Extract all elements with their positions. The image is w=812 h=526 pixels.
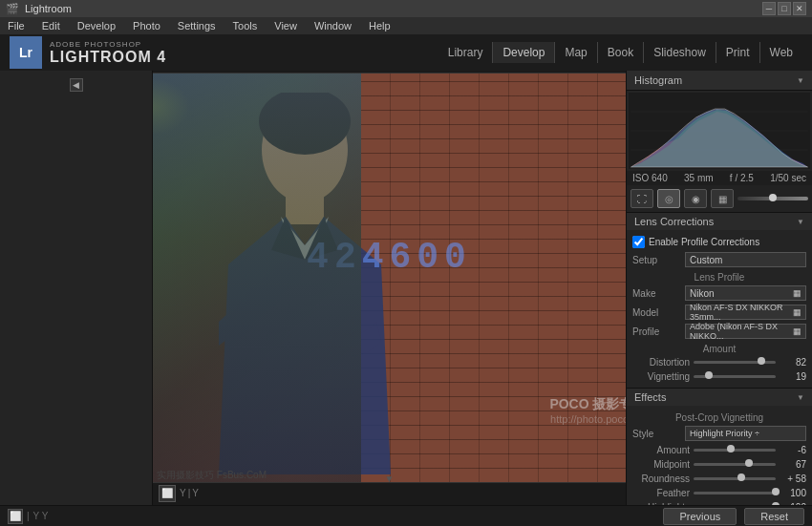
midpoint-thumb[interactable] [745, 459, 753, 467]
redeye-tool[interactable]: ◉ [684, 189, 707, 208]
tab-map[interactable]: Map [554, 42, 596, 63]
effects-label: Effects [634, 391, 666, 403]
profile-value[interactable]: Adobe (Nikon AF-S DX NIKKO... ▦ [685, 324, 806, 339]
right-panel: Histogram ▼ ISO [626, 71, 812, 505]
menu-help[interactable]: Help [365, 20, 395, 32]
menu-file[interactable]: File [4, 20, 29, 32]
focal-value: 35 mm [684, 173, 714, 183]
bottom-left-controls: ⬜ | Y Y [8, 509, 48, 524]
make-value[interactable]: Nikon ▦ [685, 285, 806, 301]
left-panel-toggle[interactable]: ◀ [70, 78, 83, 92]
post-crop-label: Post-Crop Vignetting [632, 410, 806, 424]
distortion-label: Distortion [632, 357, 690, 368]
filmstrip-toggle[interactable]: ⬜ [8, 509, 23, 524]
style-label: Style [632, 429, 685, 439]
tab-slideshow[interactable]: Slideshow [643, 42, 716, 63]
menu-settings[interactable]: Settings [174, 20, 220, 32]
close-button[interactable]: ✕ [793, 2, 806, 15]
model-label: Model [632, 307, 685, 318]
tab-library[interactable]: Library [438, 42, 493, 63]
exif-info: ISO 640 35 mm f / 2.5 1/50 sec [627, 171, 812, 185]
app-title: ADOBE PHOTOSHOP LIGHTROOM 4 [50, 40, 166, 66]
midpoint-slider[interactable] [694, 463, 776, 466]
effects-amount-value: -6 [780, 445, 806, 455]
lens-corrections-content: Enable Profile Corrections Setup Custom … [627, 230, 812, 388]
distortion-thumb[interactable] [758, 357, 765, 365]
healing-tool[interactable]: ◎ [657, 189, 680, 208]
menu-photo[interactable]: Photo [129, 20, 164, 32]
crop-tool[interactable]: ⛶ [630, 189, 653, 208]
midpoint-label: Midpoint [632, 459, 690, 470]
enable-corrections-checkbox[interactable] [632, 236, 645, 248]
photo-toolbar: ⬜ Y | Y [153, 483, 626, 504]
window-title: Lightroom [25, 3, 72, 14]
make-row: Make Nikon ▦ [632, 284, 806, 303]
roundness-thumb[interactable] [737, 473, 745, 481]
tab-print[interactable]: Print [716, 42, 759, 63]
lr-logo: Lr [10, 36, 42, 69]
feather-label: Feather [632, 488, 690, 498]
feather-thumb[interactable] [772, 488, 780, 495]
photo-brand-watermark: POCO 摄影专题 http://photo.poco.cn/ [549, 396, 626, 425]
reset-button[interactable]: Reset [744, 508, 804, 525]
vignetting-value: 19 [780, 371, 806, 382]
distortion-row: Distortion 82 [632, 355, 806, 369]
window-controls[interactable]: ─ □ ✕ [762, 2, 806, 15]
menu-window[interactable]: Window [310, 20, 355, 32]
tab-web[interactable]: Web [759, 42, 802, 63]
distortion-value: 82 [780, 357, 806, 368]
effects-amount-slider[interactable] [694, 449, 776, 452]
style-value[interactable]: Highlight Priority ÷ [685, 426, 806, 441]
minimize-button[interactable]: ─ [762, 2, 776, 15]
roundness-row: Roundness + 58 [632, 472, 806, 486]
highlights-thumb[interactable] [772, 502, 780, 505]
photo-fit-button[interactable]: ⬜ [159, 485, 176, 502]
model-row: Model Nikon AF-S DX NIKKOR 35mm... ▦ [632, 303, 806, 322]
gradfilter-tool[interactable]: ▦ [711, 189, 734, 208]
vignetting-slider[interactable] [694, 375, 776, 378]
center-panel: ▲ [153, 71, 626, 505]
effects-header[interactable]: Effects ▼ [627, 389, 812, 406]
menubar: File Edit Develop Photo Settings Tools V… [0, 17, 812, 34]
tab-develop[interactable]: Develop [492, 42, 554, 63]
menu-edit[interactable]: Edit [38, 20, 64, 32]
roundness-slider[interactable] [694, 477, 776, 480]
menu-view[interactable]: View [270, 20, 301, 32]
app-subtitle: ADOBE PHOTOSHOP [50, 40, 166, 49]
histogram-arrow: ▼ [797, 76, 804, 85]
photo-background: 424600 POCO 摄影专题 http://photo.poco.cn/ [153, 74, 626, 482]
tool-slider[interactable] [737, 197, 808, 200]
previous-button[interactable]: Previous [663, 508, 737, 525]
roundness-label: Roundness [632, 473, 690, 484]
vignetting-thumb[interactable] [705, 371, 713, 379]
iso-value: ISO 640 [632, 173, 668, 183]
menu-develop[interactable]: Develop [74, 20, 119, 32]
effects-content: Post-Crop Vignetting Style Highlight Pri… [627, 406, 812, 505]
model-value[interactable]: Nikon AF-S DX NIKKOR 35mm... ▦ [685, 305, 806, 320]
tab-book[interactable]: Book [597, 42, 643, 63]
effects-arrow: ▼ [797, 393, 804, 402]
menu-tools[interactable]: Tools [229, 20, 262, 32]
setup-row: Setup Custom [632, 250, 806, 269]
main-layout: ◀ ▲ [0, 71, 812, 505]
setup-label: Setup [632, 255, 685, 265]
app-header: Lr ADOBE PHOTOSHOP LIGHTROOM 4 Library D… [0, 34, 812, 71]
lens-corrections-header[interactable]: Lens Corrections ▼ [627, 213, 812, 230]
roundness-value: + 58 [780, 473, 806, 484]
vignetting-row: Vignetting 19 [632, 369, 806, 384]
feather-slider[interactable] [694, 492, 776, 494]
effects-amount-thumb[interactable] [727, 445, 735, 452]
maximize-button[interactable]: □ [778, 2, 791, 15]
enable-corrections-label: Enable Profile Corrections [649, 237, 759, 247]
midpoint-row: Midpoint 67 [632, 457, 806, 472]
setup-value[interactable]: Custom [685, 252, 806, 267]
histogram-area [629, 93, 810, 169]
bottom-scroll-arrow: ▼ [385, 473, 395, 484]
bottom-bar: ⬜ | Y Y Previous Reset [0, 505, 812, 526]
left-panel: ◀ [0, 71, 153, 505]
distortion-slider[interactable] [694, 361, 776, 364]
tool-slider-thumb[interactable] [769, 194, 777, 201]
highlights-label: Highlights [632, 502, 690, 505]
make-label: Make [632, 288, 685, 299]
photo-container: 424600 POCO 摄影专题 http://photo.poco.cn/ [153, 73, 626, 483]
